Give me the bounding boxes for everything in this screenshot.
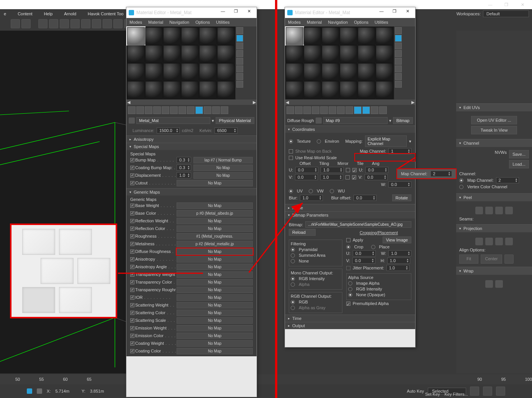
projection-icon[interactable] (505, 238, 513, 245)
maximize-icon[interactable]: ❐ (501, 2, 512, 7)
timeline[interactable]: 50 55 60 65 90 95 100 (0, 374, 532, 384)
menu-material[interactable]: Material (307, 20, 322, 24)
map-slot-button[interactable]: No Map (177, 279, 253, 285)
map-channel-radio[interactable] (459, 178, 463, 183)
minimize-icon[interactable]: — (485, 2, 496, 7)
map-channel-spinner[interactable]: 1▲▼ (388, 148, 411, 154)
material-slot[interactable] (145, 63, 163, 81)
fit-button[interactable]: Fit (459, 254, 478, 264)
titlebar[interactable]: Material Editor - Metal_Mat — ❐ ✕ (285, 7, 415, 18)
go-parent-icon[interactable] (371, 106, 378, 114)
map-enable-checkbox[interactable] (130, 334, 134, 338)
map-channel-spinner[interactable]: 2▲▼ (496, 177, 519, 183)
menu-navigation[interactable]: Navigation (169, 20, 189, 24)
toolbar-button[interactable] (60, 19, 69, 28)
use-rws-checkbox[interactable] (289, 156, 293, 160)
w-angle-spinner[interactable]: 0.0▲▼ (388, 181, 411, 188)
get-material-icon[interactable] (128, 106, 136, 114)
map-slot-button[interactable]: No Map (177, 325, 253, 331)
autokey-button[interactable]: Auto Key (407, 389, 424, 393)
menu-modes[interactable]: Modes (129, 20, 142, 24)
material-slot[interactable] (286, 81, 303, 99)
menu-navigation[interactable]: Navigation (328, 20, 348, 24)
keyfilters-button[interactable]: Key Filters... (445, 392, 468, 396)
peel-icon[interactable] (485, 207, 493, 214)
none-radio[interactable] (291, 259, 295, 263)
make-unique-icon[interactable] (170, 106, 178, 114)
material-slot[interactable] (358, 45, 375, 63)
rgb-radio[interactable] (291, 300, 295, 304)
show-end-icon[interactable] (362, 106, 370, 114)
u-angle-spinner[interactable]: 0.0▲▼ (365, 167, 388, 173)
toolbar-button[interactable] (38, 19, 47, 28)
menu-options[interactable]: Options (195, 20, 210, 24)
toolbar-icon[interactable] (312, 106, 319, 114)
v-mirror-checkbox[interactable] (345, 175, 350, 179)
menu-item-content[interactable]: Content (18, 11, 33, 16)
material-slot[interactable] (217, 81, 235, 99)
map-enable-checkbox[interactable] (130, 349, 134, 353)
menu-modes[interactable]: Modes (288, 20, 301, 24)
v-offset-spinner[interactable]: 0.0▲▼ (295, 174, 318, 180)
alpha-as-gray-radio[interactable] (291, 306, 295, 310)
material-slot[interactable] (181, 81, 199, 99)
menu-item[interactable]: e (4, 11, 6, 16)
map-slot-button[interactable]: No Map (177, 294, 253, 301)
magnify-icon[interactable] (236, 81, 243, 88)
menu-material[interactable]: Material (148, 20, 163, 24)
map-slot-button[interactable]: No Map (193, 165, 253, 171)
peel-icon[interactable] (495, 207, 503, 214)
map-slot-button[interactable]: No Map (177, 302, 253, 308)
rollout-peel[interactable]: Peel (456, 193, 532, 201)
main-menu[interactable]: e Content Help Arnold Havok Content Too (0, 9, 532, 18)
crop-radio[interactable] (346, 245, 350, 249)
put-to-lib-icon[interactable] (178, 106, 186, 114)
material-slot[interactable] (304, 45, 321, 63)
map-slot-button[interactable]: No Map (193, 172, 253, 179)
uv-tile-icon[interactable] (395, 50, 402, 57)
toolbar-button[interactable] (103, 19, 112, 28)
maximize-icon[interactable]: ❐ (231, 9, 241, 16)
material-slot[interactable] (145, 45, 163, 63)
material-slot[interactable] (127, 27, 145, 45)
minimize-icon[interactable]: — (218, 9, 228, 16)
coord-icon[interactable] (37, 388, 42, 394)
show-in-viewport-icon[interactable] (195, 106, 203, 114)
map-amount-spinner[interactable]: 1.0▲▼ (177, 172, 191, 178)
material-slot[interactable] (286, 63, 303, 81)
select-icon[interactable] (236, 73, 243, 80)
vw-radio[interactable] (309, 189, 313, 193)
premul-checkbox[interactable]: ✓ (346, 302, 350, 306)
rollout-time[interactable]: Time (285, 315, 415, 322)
select-icon[interactable] (395, 73, 402, 80)
video-icon[interactable] (395, 58, 402, 65)
material-slot[interactable] (286, 45, 303, 63)
toolbar-button[interactable] (49, 19, 58, 28)
material-slot[interactable] (127, 63, 145, 81)
maximize-icon[interactable]: ❐ (389, 9, 400, 16)
save-button[interactable]: Save... (509, 150, 529, 158)
toolbar-icon[interactable] (345, 106, 353, 114)
material-slot[interactable] (322, 81, 339, 99)
assign-icon[interactable] (145, 106, 152, 114)
map-name-field[interactable]: Map #9 (323, 117, 388, 124)
environ-radio[interactable] (317, 139, 321, 144)
map-amount-spinner[interactable]: 0.3▲▼ (177, 157, 191, 163)
material-name-field[interactable]: Metal_Mat (136, 117, 210, 124)
u-mirror-checkbox[interactable] (346, 168, 350, 172)
go-sibling-icon[interactable] (221, 106, 228, 114)
v-angle-spinner[interactable]: 0.0▲▼ (365, 174, 388, 180)
video-icon[interactable] (236, 58, 243, 65)
map-slot-button[interactable]: No Map (177, 317, 253, 324)
material-slot[interactable] (376, 45, 393, 63)
projection-icon[interactable] (475, 238, 483, 245)
rollout-output[interactable]: Output (285, 322, 415, 329)
magnify-icon[interactable] (395, 81, 402, 88)
blur-spinner[interactable]: 1.0▲▼ (300, 195, 323, 201)
open-uv-editor-button[interactable]: Open UV Editor ... (471, 116, 517, 124)
map-slot-button[interactable]: No Map (177, 348, 253, 354)
material-slot[interactable] (286, 27, 303, 45)
map-enable-checkbox[interactable] (130, 326, 134, 330)
u-tile-checkbox[interactable]: ✓ (352, 168, 357, 172)
wu-radio[interactable] (330, 189, 334, 193)
